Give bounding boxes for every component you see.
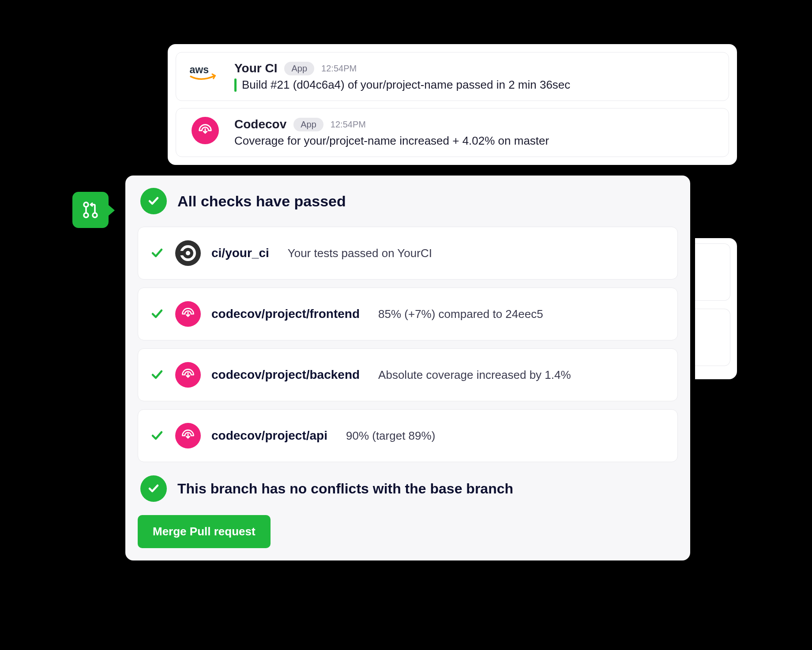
app-badge: App xyxy=(293,118,323,131)
check-row[interactable]: codecov/project/api 90% (target 89%) xyxy=(138,409,678,462)
checkmark-icon xyxy=(150,428,165,443)
check-row[interactable]: ci/your_ci Your tests passed on YourCI xyxy=(138,227,678,280)
notification-title: Codecov xyxy=(234,117,286,131)
codecov-logo xyxy=(175,362,201,388)
check-desc: 85% (+7%) compared to 24eec5 xyxy=(378,307,543,321)
notification-message: Build #21 (d04c6a4) of your/project-name… xyxy=(242,78,570,92)
circleci-logo xyxy=(175,240,201,266)
check-circle-icon xyxy=(140,188,167,214)
svg-text:aws: aws xyxy=(189,64,209,75)
check-name: ci/your_ci xyxy=(211,246,269,260)
svg-point-6 xyxy=(186,251,190,255)
codecov-logo xyxy=(175,301,201,327)
notification-item: Codecov App 12:54PM Coverage for your/pr… xyxy=(176,108,729,157)
conflicts-status: This branch has no conflicts with the ba… xyxy=(140,475,678,502)
check-name: codecov/project/backend xyxy=(211,368,360,382)
checkmark-icon xyxy=(150,367,165,382)
checkmark-icon xyxy=(150,246,165,261)
notification-time: 12:54PM xyxy=(331,120,366,130)
codecov-logo xyxy=(175,423,201,448)
check-desc: Your tests passed on YourCI xyxy=(288,247,432,260)
checks-title: All checks have passed xyxy=(177,193,346,210)
notification-title: Your CI xyxy=(234,61,277,75)
svg-point-3 xyxy=(93,213,97,217)
conflicts-text: This branch has no conflicts with the ba… xyxy=(177,481,513,497)
checks-panel: All checks have passed ci/your_ci Your t… xyxy=(125,176,690,560)
notification-item: aws Your CI App 12:54PM Build #21 (d04c6… xyxy=(176,52,729,101)
notification-message: Coverage for your/projcet-name increased… xyxy=(234,134,549,148)
svg-point-2 xyxy=(84,213,88,217)
merge-button[interactable]: Merge Pull request xyxy=(138,515,271,548)
backdrop-decor xyxy=(695,238,737,379)
svg-point-1 xyxy=(84,202,88,207)
check-desc: 90% (target 89%) xyxy=(346,429,435,443)
notification-time: 12:54PM xyxy=(321,64,357,74)
check-name: codecov/project/frontend xyxy=(211,307,360,321)
app-badge: App xyxy=(284,62,314,75)
check-row[interactable]: codecov/project/frontend 85% (+7%) compa… xyxy=(138,288,678,340)
codecov-logo xyxy=(188,117,223,144)
check-desc: Absolute coverage increased by 1.4% xyxy=(378,368,571,382)
notifications-card: aws Your CI App 12:54PM Build #21 (d04c6… xyxy=(168,44,737,165)
aws-logo: aws xyxy=(188,61,223,88)
check-name: codecov/project/api xyxy=(211,429,327,443)
check-circle-icon xyxy=(140,475,167,502)
svg-rect-7 xyxy=(179,251,184,255)
status-bar xyxy=(234,78,237,92)
checkmark-icon xyxy=(150,306,165,321)
checks-header: All checks have passed xyxy=(138,188,678,214)
pull-request-icon xyxy=(72,192,109,228)
check-row[interactable]: codecov/project/backend Absolute coverag… xyxy=(138,348,678,401)
